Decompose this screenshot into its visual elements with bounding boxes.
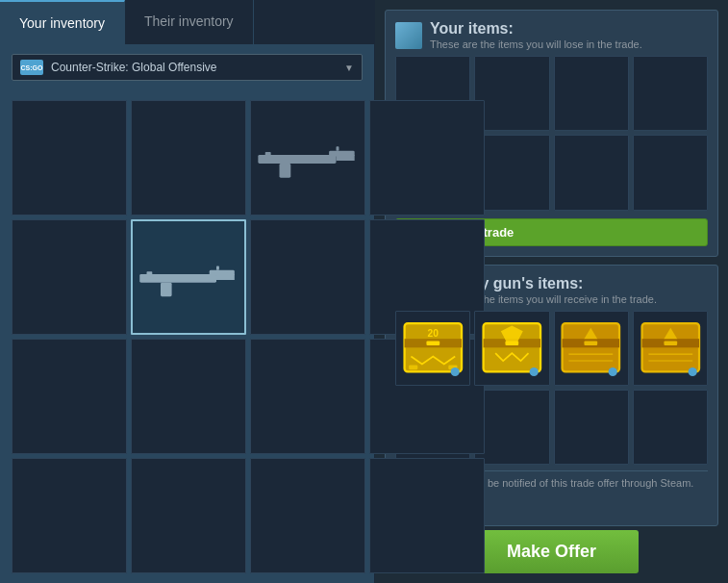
svg-rect-17	[409, 366, 417, 370]
svg-rect-2	[280, 164, 291, 178]
inv-cell-2-1[interactable]	[131, 339, 246, 454]
inv-cell-0-1[interactable]	[131, 100, 246, 215]
tabs: Your inventory Their inventory	[0, 0, 374, 44]
inv-cell-2-2[interactable]	[250, 339, 365, 454]
tab-your-inventory[interactable]: Your inventory	[0, 0, 125, 44]
svg-point-40	[688, 368, 696, 376]
game-select-row: CS:GO Counter-Strike: Global Offensive ▼	[0, 44, 374, 90]
inv-cell-1-2[interactable]	[250, 219, 365, 335]
crate-1-icon: 20	[400, 315, 466, 381]
their-trade-cell-6[interactable]	[554, 390, 629, 465]
svg-point-32	[609, 368, 617, 376]
crate-2-icon	[479, 315, 545, 381]
your-trade-cell-2[interactable]	[554, 56, 629, 131]
inv-cell-3-1[interactable]	[131, 458, 246, 573]
svg-rect-23	[506, 342, 519, 346]
your-trade-cell-5[interactable]	[474, 135, 549, 210]
inv-cell-1-1[interactable]	[131, 219, 246, 335]
your-items-text: Your items: These are the items you will…	[430, 20, 642, 50]
their-trade-cell-5[interactable]	[474, 390, 549, 465]
make-offer-label: Make Offer	[507, 542, 596, 561]
inv-cell-0-0[interactable]	[12, 100, 127, 215]
crate-4-icon	[638, 315, 704, 381]
game-select-dropdown[interactable]: CS:GO Counter-Strike: Global Offensive ▼	[12, 54, 363, 81]
svg-rect-10	[216, 266, 219, 269]
dropdown-arrow-icon: ▼	[344, 63, 354, 73]
crate-cell-2[interactable]	[474, 311, 549, 386]
your-avatar	[395, 22, 422, 49]
their-inventory-tab-label: Their inventory	[144, 13, 234, 29]
game-icon-text: CS:GO	[21, 64, 43, 71]
svg-rect-9	[147, 271, 153, 275]
your-items-subtitle: These are the items you will lose in the…	[430, 38, 642, 50]
crate-cell-1[interactable]: 20	[395, 311, 470, 386]
svg-rect-3	[265, 152, 271, 156]
crate-cell-4[interactable]	[633, 311, 708, 386]
your-trade-cell-1[interactable]	[474, 56, 549, 131]
inv-cell-2-0[interactable]	[12, 339, 127, 454]
your-items-title: Your items:	[430, 20, 642, 38]
inv-cell-0-2[interactable]	[250, 100, 365, 215]
svg-text:20: 20	[427, 328, 439, 339]
your-trade-cell-3[interactable]	[633, 56, 708, 131]
your-inventory-tab-label: Your inventory	[19, 15, 105, 31]
their-trade-cell-7[interactable]	[633, 390, 708, 465]
inv-cell-3-0[interactable]	[12, 458, 127, 573]
your-items-header: Your items: These are the items you will…	[395, 20, 708, 50]
game-icon: CS:GO	[20, 60, 43, 75]
game-name-label: Counter-Strike: Global Offensive	[51, 61, 344, 74]
crate-3-icon	[558, 315, 624, 381]
crate-cell-3[interactable]	[554, 311, 629, 386]
svg-rect-16	[426, 342, 439, 346]
your-trade-cell-6[interactable]	[554, 135, 629, 210]
weapon-selected-icon	[133, 221, 244, 333]
inv-cell-3-3[interactable]	[369, 458, 485, 573]
svg-rect-8	[161, 283, 172, 297]
left-panel: Your inventory Their inventory CS:GO Cou…	[0, 0, 375, 583]
svg-point-24	[530, 368, 539, 376]
inv-cell-3-2[interactable]	[250, 458, 365, 573]
inv-cell-0-3[interactable]	[369, 100, 485, 215]
svg-rect-4	[337, 146, 339, 150]
svg-rect-37	[664, 342, 677, 346]
your-trade-cell-7[interactable]	[633, 135, 708, 210]
inv-cell-1-0[interactable]	[12, 219, 127, 335]
make-offer-button[interactable]: Make Offer	[465, 530, 639, 573]
weapon-icon	[251, 101, 364, 215]
svg-rect-29	[585, 342, 598, 346]
tab-their-inventory[interactable]: Their inventory	[125, 0, 254, 44]
inventory-grid	[0, 90, 374, 583]
svg-point-19	[450, 368, 459, 376]
avatar-image	[395, 22, 422, 49]
